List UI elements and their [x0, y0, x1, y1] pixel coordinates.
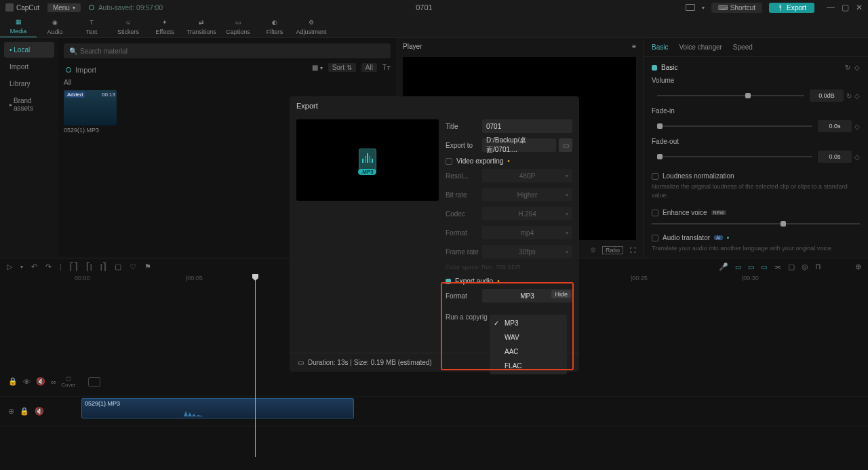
format-option-wav[interactable]: WAV — [490, 330, 567, 345]
undo-icon[interactable]: ↶ — [31, 262, 37, 271]
enhance-slider[interactable] — [652, 223, 860, 224]
audio-format-select[interactable]: MP3 Hide — [482, 289, 572, 302]
tab-adjustment[interactable]: ⚙Adjustment — [293, 18, 330, 37]
tab-media[interactable]: ▦Media — [0, 17, 37, 37]
resolution-select[interactable]: 480P▾ — [482, 169, 572, 182]
inspector-tab-speed[interactable]: Speed — [733, 43, 753, 51]
inspector-tab-voice-changer[interactable]: Voice changer — [679, 43, 722, 51]
inspector-tab-basic[interactable]: Basic — [652, 43, 668, 51]
codec-select[interactable]: H.264▾ — [482, 207, 572, 220]
split-icon[interactable]: ⎡⎤ — [70, 262, 78, 271]
tab-captions[interactable]: ▭Captions — [220, 18, 256, 37]
link-row-icon[interactable]: ∞ — [51, 378, 56, 386]
settings-chevron[interactable]: ▾ — [702, 5, 705, 11]
project-title: 0701 — [416, 3, 432, 12]
redo-icon[interactable]: ↷ — [45, 262, 52, 271]
monitor-icon[interactable]: ▢ — [788, 262, 795, 271]
sort-button[interactable]: Sort ⇅ — [328, 63, 356, 72]
fullscreen-icon[interactable]: ⛶ — [630, 247, 636, 254]
tab-audio[interactable]: ◉Audio — [37, 18, 73, 37]
enhance-title: Enhance voice — [663, 209, 707, 216]
format-option-mp3[interactable]: ✓MP3 — [490, 316, 567, 330]
audio-export-checkbox[interactable] — [446, 279, 451, 284]
snap-icon[interactable]: ◎ — [802, 262, 808, 271]
sidebar-item-import[interactable]: Import — [4, 59, 54, 75]
marker-icon[interactable]: ♡ — [130, 262, 136, 271]
app-logo: CapCut — [5, 3, 39, 12]
import-button[interactable]: Import — [64, 64, 98, 76]
playhead[interactable] — [255, 274, 256, 457]
trim-right-icon[interactable]: |⎤ — [100, 262, 106, 271]
trim-left-icon[interactable]: ⎡| — [86, 262, 92, 271]
tab-filters[interactable]: ◐Filters — [256, 18, 293, 37]
cover-button[interactable]: ▢Cover — [62, 376, 75, 388]
format-option-aac[interactable]: AAC — [490, 345, 567, 359]
delete-icon[interactable]: ▢ — [115, 262, 121, 271]
minimize-button[interactable]: — — [827, 3, 835, 12]
fadein-value[interactable]: 0.0s — [818, 120, 852, 132]
tab-effects[interactable]: ✦Effects — [146, 18, 183, 37]
zoom-timeline-icon[interactable]: ⊕ — [855, 262, 861, 271]
sidebar-item-local[interactable]: • Local — [4, 42, 54, 58]
media-clip[interactable]: Added 00:13 0529(1).MP3 — [64, 90, 117, 134]
cc2-icon[interactable]: ▭ — [748, 263, 754, 271]
tab-text[interactable]: TText — [73, 18, 110, 37]
fadeout-value[interactable]: 0.0s — [818, 151, 852, 163]
flag-icon[interactable]: ⚑ — [144, 262, 151, 271]
lock2-icon[interactable]: 🔒 — [20, 407, 29, 416]
loudness-checkbox[interactable] — [652, 173, 658, 180]
bitrate-select[interactable]: Higher▾ — [482, 188, 572, 201]
enhance-checkbox[interactable] — [652, 210, 658, 216]
tab-stickers[interactable]: ☺Stickers — [110, 18, 146, 37]
shortcut-button[interactable]: ⌨Shortcut — [711, 3, 762, 13]
ruler-tick: 00:00 — [75, 275, 90, 281]
mic-icon[interactable]: 🎤 — [719, 262, 728, 271]
maximize-button[interactable]: ▢ — [842, 3, 849, 12]
search-input[interactable]: 🔍 Search material — [64, 43, 391, 58]
close-button[interactable]: ✕ — [856, 3, 863, 12]
cc-icon[interactable]: ▭ — [735, 263, 741, 271]
aspect-icon[interactable] — [686, 4, 695, 11]
text-size-button[interactable]: Tᴛ — [382, 64, 391, 71]
eye-icon[interactable]: 👁 — [23, 378, 31, 386]
link-icon[interactable]: ⫘ — [774, 262, 781, 271]
export-button[interactable]: ⭱Export — [769, 3, 814, 13]
translator-checkbox[interactable] — [652, 235, 658, 241]
fadein-slider[interactable] — [657, 125, 812, 127]
timeline-audio-clip[interactable]: 0529(1).MP3 — [81, 398, 354, 418]
video-export-checkbox[interactable] — [446, 158, 452, 165]
cc3-icon[interactable]: ▭ — [761, 263, 767, 271]
menu-button[interactable]: Menu▾ — [47, 3, 81, 12]
framerate-select[interactable]: 30fps▾ — [482, 245, 572, 258]
mute-icon[interactable]: 🔇 — [36, 377, 45, 386]
volume-value[interactable]: 0.0dB — [810, 90, 844, 102]
filter-all-button[interactable]: All — [361, 63, 377, 72]
reset-icon[interactable]: ↻ — [845, 64, 850, 71]
keyframe-icon[interactable]: ◇ — [854, 64, 860, 71]
export-preview: .MP3 — [296, 119, 439, 201]
lock-icon[interactable]: 🔒 — [8, 377, 18, 386]
player-menu-icon[interactable]: ≡ — [632, 43, 636, 50]
mute2-icon[interactable]: 🔇 — [35, 407, 44, 416]
export-path-input[interactable]: D:/Backup/桌面/0701.... — [482, 138, 556, 152]
sidebar-item-library[interactable]: Library — [4, 76, 54, 92]
tab-transitions[interactable]: ⇄Transitions — [183, 18, 220, 37]
export-title-input[interactable]: 0701 — [482, 119, 572, 133]
video-format-select[interactable]: mp4▾ — [482, 226, 572, 239]
hide-button[interactable]: Hide — [551, 290, 571, 298]
collapse-icon[interactable]: ⊕ — [8, 407, 14, 416]
magnet-icon[interactable]: ⊓ — [815, 262, 821, 271]
ratio-button[interactable]: Ratio — [602, 246, 623, 254]
translator-desc: Translate your audio into another langua… — [652, 244, 860, 253]
view-toggle[interactable]: ▦ ▾ — [312, 64, 323, 71]
fadeout-slider[interactable] — [657, 156, 812, 157]
duration-icon: ▭ — [298, 359, 304, 366]
video-placeholder-icon[interactable] — [88, 377, 100, 387]
capture-icon[interactable]: ⦾ — [591, 247, 595, 254]
volume-slider[interactable] — [657, 95, 804, 96]
format-option-flac[interactable]: FLAC — [490, 359, 567, 373]
browse-button[interactable]: ▭ — [559, 138, 572, 152]
autosave-status: Auto-saved: 09:57:00 — [89, 4, 163, 12]
sidebar-item-brand-assets[interactable]: ▸ Brand assets — [4, 93, 54, 116]
select-tool[interactable]: ▷ — [7, 262, 12, 271]
